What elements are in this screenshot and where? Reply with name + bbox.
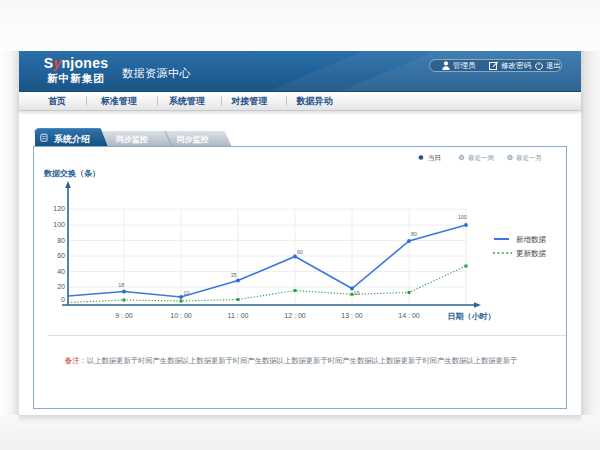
- svg-text:35: 35: [231, 272, 237, 278]
- svg-text:80: 80: [57, 237, 65, 244]
- svg-text:数据交换（条）: 数据交换（条）: [43, 169, 100, 178]
- svg-text:最近一周: 最近一周: [468, 154, 494, 161]
- svg-text:10 : 00: 10 : 00: [170, 312, 192, 319]
- svg-text:更新数据: 更新数据: [516, 249, 547, 258]
- svg-text:60: 60: [57, 252, 65, 259]
- svg-text:14 : 00: 14 : 00: [398, 312, 420, 319]
- svg-text:系统介绍: 系统介绍: [53, 134, 90, 144]
- svg-text:当日: 当日: [428, 154, 441, 161]
- svg-text:20: 20: [57, 283, 65, 290]
- svg-text:同步监控: 同步监控: [116, 135, 148, 144]
- svg-text:10: 10: [184, 290, 190, 296]
- svg-text:80: 80: [411, 231, 417, 237]
- svg-text:日期（小时）: 日期（小时）: [448, 312, 496, 321]
- svg-text:18: 18: [118, 282, 124, 288]
- svg-text:同步监控: 同步监控: [176, 135, 208, 144]
- svg-text:11 : 00: 11 : 00: [228, 312, 249, 319]
- svg-text:0: 0: [61, 296, 65, 303]
- svg-text:13 : 00: 13 : 00: [341, 312, 363, 319]
- svg-text:最近一月: 最近一月: [516, 154, 542, 162]
- svg-text:12 : 00: 12 : 00: [284, 312, 306, 319]
- svg-text:100: 100: [458, 214, 467, 220]
- svg-text:备注：以上数据更新于时间产生数据以上数据更新于时间产生数据以: 备注：以上数据更新于时间产生数据以上数据更新于时间产生数据以上数据更新于时间产生…: [65, 356, 517, 365]
- svg-text:120: 120: [53, 205, 65, 212]
- svg-text:60: 60: [297, 249, 303, 255]
- svg-text:新增数据: 新增数据: [516, 235, 547, 244]
- svg-text:100: 100: [53, 221, 65, 228]
- svg-text:40: 40: [57, 268, 65, 275]
- svg-text:10: 10: [354, 290, 360, 296]
- svg-text:9 : 00: 9 : 00: [115, 312, 133, 319]
